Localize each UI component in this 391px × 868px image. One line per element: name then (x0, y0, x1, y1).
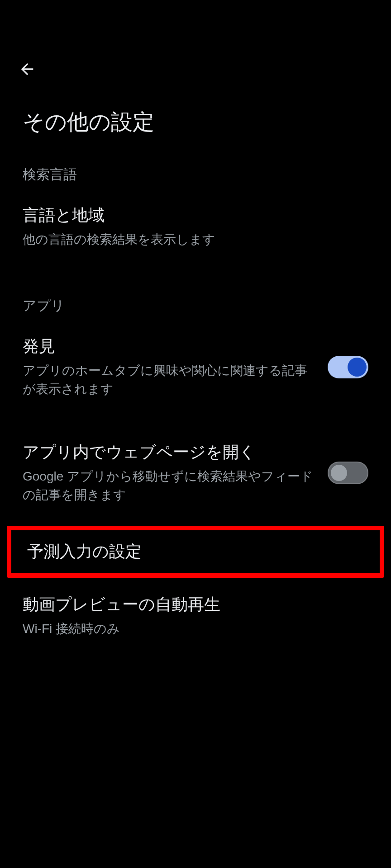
arrow-back-icon (18, 60, 36, 78)
toggle-discover[interactable] (328, 356, 368, 378)
setting-discover[interactable]: 発見 アプリのホームタブに興味や関心に関連する記事が表示されます (0, 323, 391, 412)
section-header-search-language: 検索言語 (0, 159, 391, 192)
status-bar (0, 0, 391, 47)
setting-autocomplete[interactable]: 予測入力の設定 (11, 530, 380, 573)
setting-title: アプリ内でウェブページを開く (23, 442, 319, 463)
setting-open-web-in-app[interactable]: アプリ内でウェブページを開く Google アプリから移動せずに検索結果やフィー… (0, 429, 391, 518)
section-header-app: アプリ (0, 290, 391, 323)
highlight-annotation: 予測入力の設定 (7, 526, 384, 578)
setting-subtitle: Google アプリから移動せずに検索結果やフィードの記事を開きます (23, 467, 319, 504)
setting-subtitle: アプリのホームタブに興味や関心に関連する記事が表示されます (23, 362, 319, 398)
back-button[interactable] (14, 56, 41, 83)
setting-language-region[interactable]: 言語と地域 他の言語の検索結果を表示します (0, 192, 391, 262)
header (0, 47, 391, 83)
setting-title: 動画プレビューの自動再生 (23, 594, 368, 615)
toggle-open-web-in-app[interactable] (328, 462, 368, 484)
setting-title: 発見 (23, 336, 319, 357)
setting-title: 言語と地域 (23, 205, 368, 226)
page-title: その他の設定 (0, 83, 391, 159)
setting-title: 予測入力の設定 (27, 541, 364, 562)
setting-subtitle: Wi-Fi 接続時のみ (23, 620, 368, 638)
setting-video-preview[interactable]: 動画プレビューの自動再生 Wi-Fi 接続時のみ (0, 581, 391, 651)
setting-subtitle: 他の言語の検索結果を表示します (23, 231, 368, 249)
